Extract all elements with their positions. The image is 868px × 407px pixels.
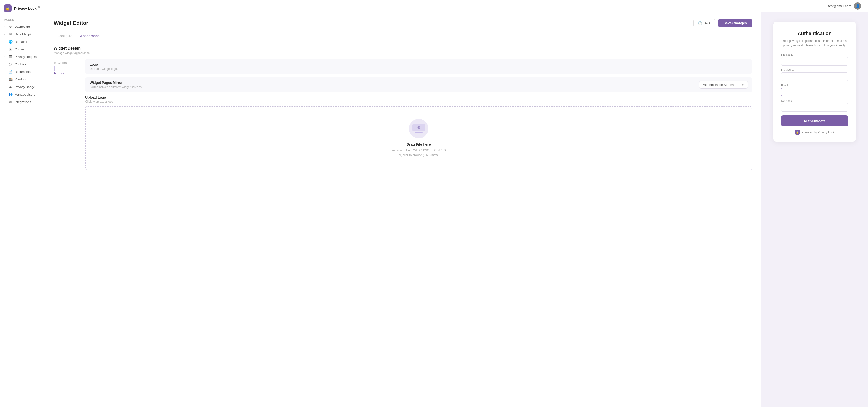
widget-pages-mirror-hint: Switch between different widget screens. (90, 85, 142, 89)
back-button[interactable]: 🕐 Back (693, 19, 715, 27)
app-logo-icon: 🔒 (4, 4, 12, 12)
auth-field-lastname-label: last name (781, 99, 848, 102)
widget-design-subtitle: Manage widget appearance. (54, 51, 752, 55)
sidebar-item-data-mapping[interactable]: ›⊞Data Mapping (1, 30, 43, 38)
sidebar-item-label-documents: Documents (14, 70, 31, 74)
widget-pages-mirror-select[interactable]: Authentication Screen ▼ (699, 81, 748, 89)
logo-field-hint: Upload a widget logo. (90, 67, 748, 70)
auth-field-lastname: last name (781, 99, 848, 112)
chevron-right-icon: › (4, 55, 6, 58)
authenticate-button[interactable]: Authenticate (781, 115, 848, 126)
sidebar-item-label-domains: Domains (14, 40, 27, 43)
top-bar: test@gmail.com 👤 (45, 0, 868, 12)
auth-familyname-input[interactable] (781, 72, 848, 81)
sidebar-item-label-privacy-requests: Privacy Requests (14, 55, 39, 59)
documents-icon: 📄 (8, 70, 12, 74)
page-title: Widget Editor (54, 20, 88, 26)
widget-design-title: Widget Design (54, 46, 752, 51)
cookies-icon: ◎ (8, 62, 12, 66)
sidebar-item-integrations[interactable]: ›⧉Integrations (1, 98, 43, 106)
chevron-right-icon: › (4, 101, 6, 103)
sidebar-item-domains[interactable]: 🌐Domains (1, 38, 43, 45)
dashboard-icon: ⊙ (8, 25, 12, 28)
powered-by: 🔒 Powered by Privacy Lock (781, 130, 848, 135)
sidebar-close-btn[interactable]: ✕ (36, 4, 42, 10)
auth-field-firstname: FirstName (781, 53, 848, 66)
sidebar-item-cookies[interactable]: ◎Cookies (1, 61, 43, 68)
auth-lastname-input[interactable] (781, 103, 848, 112)
sidebar-item-label-privacy-badge: Privacy Badge (14, 85, 35, 89)
tabs-bar: Configure Appearance (54, 32, 752, 40)
auth-field-familyname: FamilyName (781, 68, 848, 81)
tab-configure[interactable]: Configure (54, 32, 76, 40)
integrations-icon: ⧉ (8, 100, 12, 104)
chevron-right-icon: › (4, 25, 6, 28)
upload-dropzone[interactable]: ⚙ Drag File here You can upload: WEBP, P… (85, 106, 752, 170)
consent-icon: ▣ (8, 47, 12, 51)
auth-field-familyname-label: FamilyName (781, 68, 848, 71)
auth-field-firstname-label: FirstName (781, 53, 848, 56)
auth-field-email: Email (781, 84, 848, 96)
upload-logo-label: Upload Logo (85, 95, 752, 99)
sidebar-item-documents[interactable]: 📄Documents (1, 68, 43, 76)
sidebar-item-vendors[interactable]: 🏬Vendors (1, 76, 43, 83)
logo-field-label: Logo (90, 62, 748, 66)
sidebar-section-label: Pages (0, 15, 45, 23)
nav-item-colors[interactable]: Colors (54, 60, 81, 66)
upload-card-icon: ⚙ (412, 124, 425, 131)
dropzone-desc: You can upload: WEBP, PNG, JPG, JPEG or,… (392, 148, 446, 158)
save-changes-button[interactable]: Save Changes (718, 19, 752, 27)
sidebar-item-label-integrations: Integrations (14, 100, 31, 104)
sidebar-item-label-dashboard: Dashboard (14, 25, 30, 28)
dropzone-title: Drag File here (407, 142, 431, 146)
powered-by-text: Powered by Privacy Lock (802, 130, 835, 134)
app-name: Privacy Lock (14, 6, 37, 10)
manage-users-icon: 👥 (8, 92, 12, 96)
upload-icon-wrap: ⚙ (409, 119, 428, 138)
sidebar-item-label-consent: Consent (14, 48, 26, 51)
widget-pages-mirror-label: Widget Pages Mirror (90, 81, 142, 85)
appearance-nav: Colors Logo (54, 59, 81, 174)
auth-email-input[interactable] (781, 88, 848, 96)
upload-logo-hint: Click to upload a logo (85, 100, 752, 103)
widget-design-header: Widget Design Manage widget appearance. (54, 46, 752, 55)
avatar: 👤 (854, 2, 861, 10)
vendors-icon: 🏬 (8, 77, 12, 81)
chevron-down-icon: ▼ (741, 83, 744, 86)
sidebar-item-label-data-mapping: Data Mapping (14, 32, 34, 36)
back-label: Back (704, 21, 711, 25)
editor-panel: Widget Editor 🕐 Back Save Changes Config… (45, 12, 761, 407)
preview-panel: Authentication Your privacy is important… (761, 12, 868, 407)
privacy-badge-icon: ◈ (8, 85, 12, 89)
tab-appearance[interactable]: Appearance (76, 32, 103, 40)
user-email: test@gmail.com (829, 4, 851, 8)
sidebar-item-label-vendors: Vendors (14, 78, 26, 81)
selected-screen: Authentication Screen (703, 83, 734, 87)
privacy-requests-icon: ☰ (8, 55, 12, 59)
sidebar-item-privacy-badge[interactable]: ◈Privacy Badge (1, 83, 43, 90)
nav-item-logo[interactable]: Logo (54, 70, 81, 76)
domains-icon: 🌐 (8, 40, 12, 43)
widget-pages-mirror-row: Widget Pages Mirror Switch between diffe… (85, 77, 752, 92)
auth-field-email-label: Email (781, 84, 848, 87)
auth-firstname-input[interactable] (781, 57, 848, 66)
upload-logo-section: Upload Logo Click to upload a logo ⚙ (85, 95, 752, 170)
auth-card: Authentication Your privacy is important… (773, 22, 856, 142)
chevron-right-icon: › (4, 33, 6, 35)
sidebar-item-privacy-requests[interactable]: ›☰Privacy Requests (1, 53, 43, 60)
sidebar-item-label-cookies: Cookies (14, 62, 26, 66)
sidebar-item-manage-users[interactable]: 👥Manage Users (1, 91, 43, 98)
auth-card-subtitle: Your privacy is important to us. In orde… (781, 39, 848, 48)
logo-field: Logo Upload a widget logo. (85, 59, 752, 74)
sidebar-item-dashboard[interactable]: ›⊙Dashboard (1, 23, 43, 30)
sidebar-item-label-manage-users: Manage Users (14, 93, 35, 96)
save-label: Save Changes (723, 21, 747, 25)
clock-icon: 🕐 (698, 21, 702, 25)
auth-card-title: Authentication (781, 31, 848, 36)
powered-by-icon: 🔒 (795, 130, 800, 135)
sidebar-item-consent[interactable]: ▣Consent (1, 46, 43, 53)
data-mapping-icon: ⊞ (8, 32, 12, 36)
